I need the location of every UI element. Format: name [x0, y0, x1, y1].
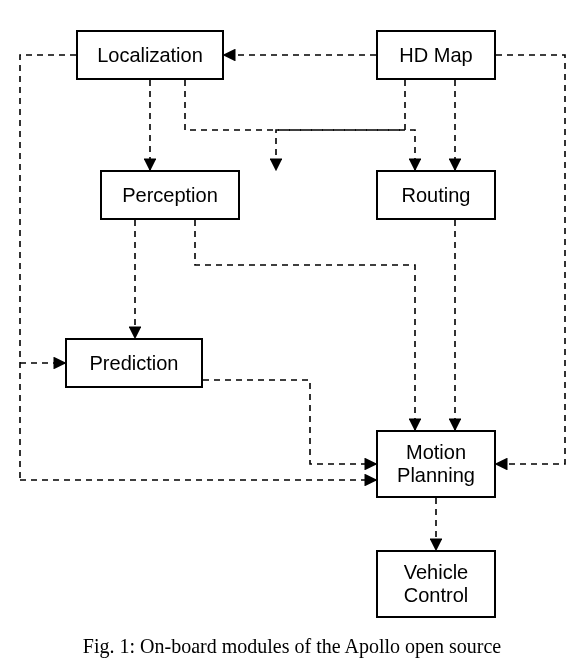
node-label: Routing: [402, 184, 471, 207]
node-label: HD Map: [399, 44, 472, 67]
node-perception: Perception: [100, 170, 240, 220]
node-label: Perception: [122, 184, 218, 207]
node-hdmap: HD Map: [376, 30, 496, 80]
figure-caption: Fig. 1: On-board modules of the Apollo o…: [0, 635, 584, 658]
node-motion-planning: Motion Planning: [376, 430, 496, 498]
node-routing: Routing: [376, 170, 496, 220]
node-vehicle-control: Vehicle Control: [376, 550, 496, 618]
node-label: Prediction: [90, 352, 179, 375]
node-localization: Localization: [76, 30, 224, 80]
node-label: Motion Planning: [397, 441, 475, 487]
node-label: Localization: [97, 44, 203, 67]
node-label: Vehicle Control: [404, 561, 469, 607]
edges-layer: [0, 0, 584, 664]
node-prediction: Prediction: [65, 338, 203, 388]
diagram-canvas: Localization HD Map Perception Routing P…: [0, 0, 584, 664]
